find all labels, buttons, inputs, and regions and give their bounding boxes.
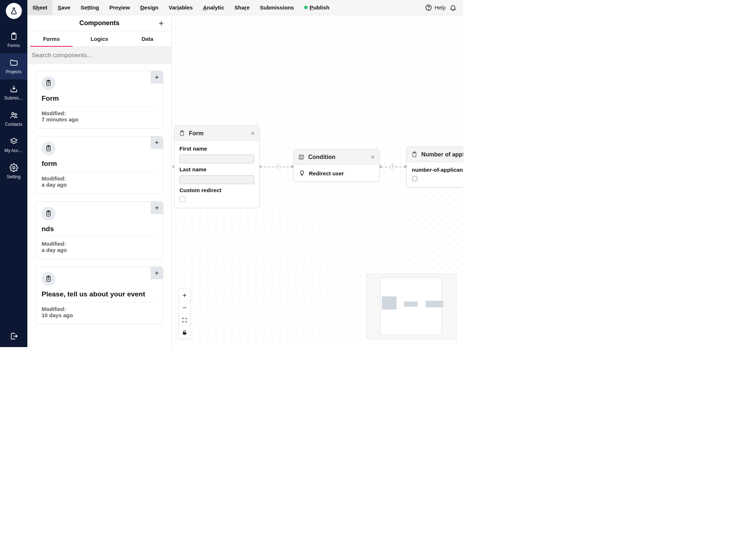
sidebar-item-forms[interactable]: Forms	[0, 27, 27, 53]
sidebar-item-label: Contacts	[5, 122, 22, 127]
canvas-node-form[interactable]: Form ✕ First name Last name Custom redir…	[174, 125, 260, 208]
plus-icon	[158, 20, 165, 27]
clipboard-icon	[45, 210, 52, 217]
card-title: form	[42, 160, 157, 172]
folder-icon	[9, 58, 18, 67]
bell-icon	[449, 4, 457, 11]
help-icon	[425, 4, 432, 11]
first-name-input[interactable]	[179, 155, 254, 163]
field-label-applicants: number-of-applican	[412, 167, 463, 173]
logout-icon	[9, 332, 18, 341]
tab-forms[interactable]: Forms	[27, 31, 76, 46]
node-title: Condition	[308, 154, 336, 160]
sidebar-item-label: Setting	[7, 174, 20, 179]
card-add-button[interactable]	[151, 202, 163, 214]
card-icon	[42, 207, 55, 221]
card-modified-value: 7 minutes ago	[42, 116, 157, 122]
close-icon[interactable]: ✕	[371, 154, 375, 160]
node-title: Number of appl	[421, 151, 463, 158]
svg-point-4	[13, 167, 15, 169]
last-name-input[interactable]	[179, 175, 254, 184]
field-label-firstname: First name	[179, 145, 254, 152]
card-add-button[interactable]	[151, 71, 163, 83]
connector-delete[interactable]: ✕	[275, 164, 280, 170]
svg-point-2	[12, 113, 14, 115]
lock-open-icon	[182, 330, 187, 335]
card-add-button[interactable]	[151, 267, 163, 279]
notifications-button[interactable]	[449, 4, 457, 11]
canvas-node-condition[interactable]: Condition ✕ Redirect user	[293, 149, 380, 182]
node-body: number-of-applican	[407, 162, 463, 187]
node-body: First name Last name Custom redirect	[174, 141, 259, 208]
menu-save[interactable]: Save	[53, 0, 76, 15]
minimap[interactable]	[366, 273, 457, 339]
menu-share[interactable]: Share	[229, 0, 255, 15]
node-title: Form	[189, 130, 204, 137]
sidebar-item-submissions[interactable]: Submis…	[0, 79, 27, 106]
fullscreen-icon	[182, 317, 187, 323]
components-list[interactable]: Form Modified: 7 minutes ago form Modifi…	[27, 64, 171, 347]
lightbulb-icon	[299, 170, 305, 176]
sidebar-item-setting[interactable]: Setting	[0, 158, 27, 184]
menu-preview[interactable]: Preview	[104, 0, 135, 15]
plus-icon	[154, 205, 160, 211]
fit-screen-button[interactable]	[179, 314, 190, 326]
menu-variables[interactable]: Variables	[164, 0, 198, 15]
sidebar-item-projects[interactable]: Projects	[0, 53, 27, 79]
sidebar-item-label: Forms	[8, 43, 20, 48]
connector-delete[interactable]: ✕	[390, 164, 396, 170]
component-card[interactable]: form Modified: a day ago	[35, 136, 163, 194]
card-title: Form	[42, 94, 157, 106]
menu-analytic[interactable]: Analytic	[198, 0, 229, 15]
search-input[interactable]	[32, 52, 167, 59]
node-header[interactable]: Number of appl	[407, 147, 463, 162]
lock-button[interactable]	[179, 326, 190, 339]
condition-action: Redirect user	[309, 170, 344, 176]
node-header[interactable]: Form ✕	[174, 126, 259, 141]
menu-submissions[interactable]: Submissions	[255, 0, 299, 15]
card-modified-label: Modified:	[42, 110, 157, 116]
sidebar-item-account[interactable]: My Acc…	[0, 132, 27, 158]
menu-design[interactable]: Design	[135, 0, 164, 15]
close-icon[interactable]: ✕	[251, 131, 255, 136]
zoom-out-button[interactable]	[179, 302, 190, 314]
sidebar-item-logout[interactable]	[0, 327, 27, 347]
sidebar-item-contacts[interactable]: Contacts	[0, 106, 27, 132]
minimap-node	[382, 296, 396, 310]
card-icon	[42, 76, 55, 90]
menu-publish[interactable]: Publish	[299, 0, 334, 15]
zoom-controls	[178, 289, 191, 339]
components-panel: Components Forms Logics Data Form Modifi…	[27, 15, 172, 347]
canvas[interactable]: ✕ ✕ Form ✕ First name Last name Custom r…	[172, 15, 463, 347]
applicants-radio[interactable]	[412, 176, 418, 182]
menu-setting[interactable]: Setting	[76, 0, 104, 15]
add-component-button[interactable]	[158, 20, 165, 27]
clipboard-icon	[45, 79, 52, 87]
sidebar-item-label: My Acc…	[4, 148, 23, 153]
custom-redirect-checkbox[interactable]	[179, 196, 185, 202]
tab-logics[interactable]: Logics	[76, 31, 124, 46]
canvas-node-applicants[interactable]: Number of appl number-of-applican	[406, 147, 463, 188]
node-header[interactable]: Condition ✕	[294, 149, 379, 165]
minus-icon	[182, 305, 187, 311]
help-button[interactable]: Help	[425, 4, 446, 11]
tab-data[interactable]: Data	[123, 31, 171, 46]
node-body: Redirect user	[294, 165, 379, 182]
menu-sheet[interactable]: Sheet	[27, 0, 53, 15]
plus-icon	[154, 270, 160, 276]
card-modified-label: Modified:	[42, 175, 157, 182]
clipboard-icon	[179, 130, 185, 137]
card-icon	[42, 272, 55, 286]
component-card[interactable]: Please, tell us about your event Modifie…	[35, 267, 163, 324]
card-add-button[interactable]	[151, 136, 163, 149]
status-dot	[304, 6, 307, 9]
component-card[interactable]: Form Modified: 7 minutes ago	[35, 71, 163, 129]
svg-rect-19	[183, 332, 186, 334]
clipboard-icon	[45, 275, 52, 283]
minimap-node	[404, 302, 418, 307]
zoom-in-button[interactable]	[179, 289, 190, 302]
clipboard-icon	[45, 145, 52, 152]
component-card[interactable]: nds Modified: a day ago	[35, 201, 163, 259]
layers-icon	[9, 137, 18, 146]
users-icon	[9, 111, 18, 120]
